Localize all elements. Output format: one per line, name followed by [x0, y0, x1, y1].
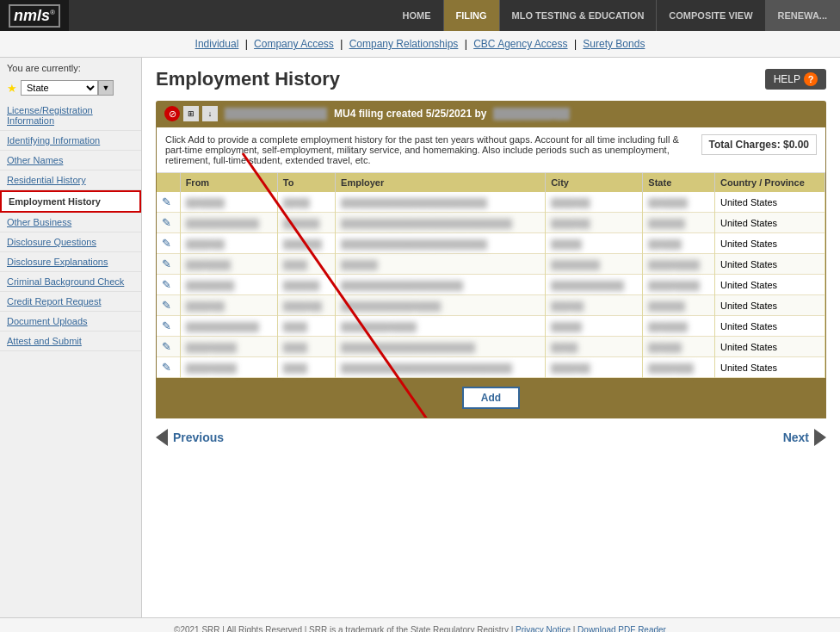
add-button[interactable]: Add — [462, 387, 520, 409]
sub-nav-surety-bonds[interactable]: Surety Bonds — [583, 38, 645, 50]
cell-from: ████████████ — [180, 213, 277, 233]
sidebar-item-identifying-info[interactable]: Identifying Information — [0, 131, 141, 151]
cell-to: ████ — [277, 357, 335, 378]
edit-icon[interactable]: ✎ — [162, 340, 171, 353]
sidebar-item-license-registration[interactable]: License/Registration Information — [0, 101, 141, 131]
edit-cell[interactable]: ✎ — [157, 275, 180, 295]
nav-mlo-testing[interactable]: MLO TESTING & EDUCATION — [500, 0, 658, 31]
table-body: ✎██ ██████ █████████████████████████████… — [157, 192, 825, 378]
footer-privacy-link[interactable]: Privacy Notice — [516, 625, 571, 632]
sidebar-item-disclosure-questions[interactable]: Disclosure Questions — [0, 232, 141, 252]
filing-created-text: MU4 filing created 5/25/2021 by — [334, 108, 486, 120]
cell-to: ██████ — [277, 213, 335, 233]
filing-blurred-user: ████████ ██ — [493, 108, 569, 120]
download-icon: ↓ — [202, 106, 218, 121]
col-state: State — [643, 173, 715, 192]
edit-cell[interactable]: ✎ — [157, 254, 180, 275]
sub-nav-company-access[interactable]: Company Access — [254, 38, 334, 50]
sidebar-item-criminal-background[interactable]: Criminal Background Check — [0, 272, 141, 292]
table-info-row: Click Add to provide a complete employme… — [157, 127, 825, 173]
edit-cell[interactable]: ✎ — [157, 316, 180, 337]
sidebar-item-credit-report[interactable]: Credit Report Request — [0, 292, 141, 312]
cell-state: ████ ████ — [643, 254, 715, 275]
nav-home[interactable]: HOME — [391, 0, 444, 31]
edit-cell[interactable]: ✎ — [157, 233, 180, 254]
edit-icon[interactable]: ✎ — [162, 257, 171, 270]
edit-icon[interactable]: ✎ — [162, 237, 171, 250]
col-employer: Employer — [336, 173, 546, 192]
cell-from: ██ ████ — [180, 192, 277, 213]
col-edit — [157, 173, 180, 192]
sub-nav-company-relationships[interactable]: Company Relationships — [349, 38, 459, 50]
cell-employer: ████████████████████████ — [336, 233, 546, 254]
edit-icon[interactable]: ✎ — [162, 195, 171, 208]
filing-banner-icons: ⊘ ⊞ ↓ — [164, 106, 218, 121]
cell-employer: ██████████████████████ — [336, 337, 546, 357]
cell-from: ████ ████ — [180, 337, 277, 357]
cell-to: ████ — [277, 337, 335, 357]
cell-country: United States — [715, 192, 825, 213]
cell-to: ████ — [277, 254, 335, 275]
nav-renewal[interactable]: RENEWA... — [766, 0, 840, 31]
cell-to: ████ ██ — [277, 295, 335, 316]
cell-employer: ████████████████████████████ — [336, 357, 546, 378]
cell-city: ██ ██ — [546, 337, 643, 357]
cell-state: ██ ████ — [643, 316, 715, 337]
cell-employer: ██████ — [336, 254, 546, 275]
nav-links: HOME FILING MLO TESTING & EDUCATION COMP… — [391, 0, 841, 31]
state-star-icon: ★ — [7, 82, 17, 95]
sidebar-you-label: You are currently: — [0, 58, 141, 78]
nav-filing[interactable]: FILING — [444, 0, 500, 31]
cell-employer: ████████████ ████ — [336, 295, 546, 316]
sidebar-item-other-business[interactable]: Other Business — [0, 213, 141, 232]
table-row: ✎████ ██████████████████████████████████… — [157, 357, 825, 378]
col-to: To — [277, 173, 335, 192]
next-label: Next — [783, 431, 809, 444]
help-button[interactable]: HELP ? — [765, 69, 826, 90]
state-dropdown-button[interactable]: ▼ — [98, 80, 114, 96]
sidebar-item-employment-history[interactable]: Employment History — [0, 190, 141, 213]
sub-navigation: Individual | Company Access | Company Re… — [0, 31, 840, 58]
edit-icon[interactable]: ✎ — [162, 278, 171, 291]
cell-state: ████ ████ — [643, 275, 715, 295]
next-button[interactable]: Next — [783, 429, 826, 446]
main-layout: You are currently: ★ State ▼ License/Reg… — [0, 58, 840, 617]
next-arrow-icon — [814, 429, 826, 446]
cell-from: ████ ██ — [180, 295, 277, 316]
cell-state: ████ ███ — [643, 357, 715, 378]
navigation-buttons: Previous Next — [156, 418, 826, 456]
edit-cell[interactable]: ✎ — [157, 295, 180, 316]
cell-to: ██ ██ — [277, 192, 335, 213]
state-select[interactable]: State — [21, 80, 98, 96]
cell-city: ████ ██ — [546, 213, 643, 233]
logo-text: nmls® — [9, 4, 60, 28]
edit-cell[interactable]: ✎ — [157, 357, 180, 378]
nav-composite[interactable]: COMPOSITE VIEW — [657, 0, 765, 31]
edit-cell[interactable]: ✎ — [157, 213, 180, 233]
edit-icon[interactable]: ✎ — [162, 361, 171, 374]
sidebar-item-residential-history[interactable]: Residential History — [0, 170, 141, 190]
sidebar-item-attest-submit[interactable]: Attest and Submit — [0, 331, 141, 351]
cell-to: ██████ — [277, 275, 335, 295]
grid-icon: ⊞ — [183, 106, 199, 121]
sub-nav-individual[interactable]: Individual — [195, 38, 239, 50]
sub-nav-cbc-agency[interactable]: CBC Agency Access — [473, 38, 567, 50]
filing-blurred-2: ████████ ██ — [493, 108, 569, 120]
edit-icon[interactable]: ✎ — [162, 319, 171, 332]
previous-button[interactable]: Previous — [156, 429, 224, 446]
cell-city: █████ — [546, 316, 643, 337]
sidebar-item-document-uploads[interactable]: Document Uploads — [0, 312, 141, 331]
table-header: From To Employer City State Country / Pr… — [157, 173, 825, 192]
footer-pdf-link[interactable]: Download PDF Reader — [578, 625, 666, 632]
sidebar-item-disclosure-explanations[interactable]: Disclosure Explanations — [0, 252, 141, 272]
sidebar-item-other-names[interactable]: Other Names — [0, 151, 141, 170]
edit-icon[interactable]: ✎ — [162, 216, 171, 229]
cell-from: ████████ — [180, 275, 277, 295]
edit-cell[interactable]: ✎ — [157, 337, 180, 357]
cell-city: █████ — [546, 233, 643, 254]
employment-table: From To Employer City State Country / Pr… — [157, 173, 825, 378]
cell-to: ████ ██ — [277, 233, 335, 254]
edit-icon[interactable]: ✎ — [162, 299, 171, 312]
edit-cell[interactable]: ✎ — [157, 192, 180, 213]
page-title: Employment History — [156, 68, 340, 90]
